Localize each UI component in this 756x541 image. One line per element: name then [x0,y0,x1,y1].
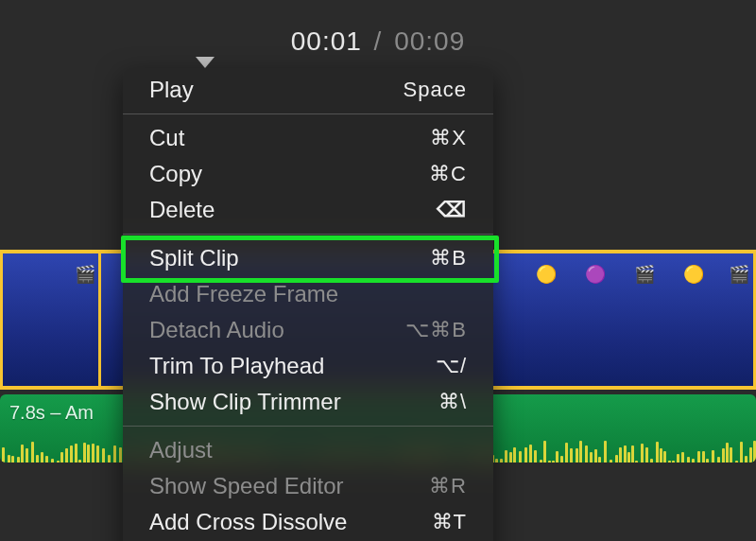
menu-label: Add Cross Dissolve [149,508,347,536]
menu-shortcut: ⌥/ [436,352,467,380]
menu-item-show-clip-trimmer[interactable]: Show Clip Trimmer ⌘\ [123,384,493,420]
menu-item-delete[interactable]: Delete ⌫ [123,192,493,228]
menu-separator [123,426,493,427]
menu-item-detach-audio[interactable]: Detach Audio ⌥⌘B [123,312,493,348]
context-menu: Play Space Cut ⌘X Copy ⌘C Delete ⌫ Split… [123,68,493,541]
menu-shortcut: ⌘B [430,244,467,272]
menu-label: Delete [149,196,215,224]
audio-clip-label: 7.8s – Am [9,402,94,424]
menu-label: Show Clip Trimmer [149,388,341,416]
menu-shortcut: ⌘X [430,124,467,152]
menu-separator [123,113,493,114]
menu-label: Trim To Playhead [149,352,324,380]
menu-separator [123,234,493,235]
time-display: 00:01 / 00:09 [0,26,756,57]
menu-item-adjust[interactable]: Adjust [123,432,493,468]
clip-thumb: 🎬 [68,257,102,291]
menu-label: Cut [149,124,184,152]
clip-thumb: 🟡 [677,257,711,291]
time-current: 00:01 [291,26,362,56]
menu-label: Add Freeze Frame [149,280,338,308]
menu-label: Detach Audio [149,316,284,344]
menu-shortcut: ⌘\ [438,388,467,416]
menu-label: Split Clip [149,244,239,272]
menu-item-play[interactable]: Play Space [123,72,493,108]
menu-shortcut: ⌘C [429,160,467,188]
menu-label: Copy [149,160,202,188]
menu-label: Adjust [149,436,213,464]
menu-item-add-cross-dissolve[interactable]: Add Cross Dissolve ⌘T [123,504,493,540]
menu-label: Play [149,76,194,104]
menu-item-split-clip[interactable]: Split Clip ⌘B [123,240,493,276]
menu-item-copy[interactable]: Copy ⌘C [123,156,493,192]
clip-thumb: 🎬 [627,257,662,291]
menu-item-trim-to-playhead[interactable]: Trim To Playhead ⌥/ [123,348,493,384]
menu-shortcut: ⌘T [432,508,467,536]
menu-item-show-speed-editor[interactable]: Show Speed Editor ⌘R [123,468,493,504]
clip-thumb: 🟣 [578,257,612,291]
menu-shortcut: Space [404,76,467,104]
menu-item-add-freeze-frame[interactable]: Add Freeze Frame [123,276,493,312]
time-separator: / [370,26,387,56]
delete-icon: ⌫ [437,196,467,224]
clip-thumb: 🎬 [722,257,756,291]
menu-shortcut: ⌘R [429,472,467,500]
clip-thumb: 🟡 [529,257,563,291]
menu-shortcut: ⌥⌘B [405,316,467,344]
menu-label: Show Speed Editor [149,472,343,500]
time-total: 00:09 [394,26,465,56]
menu-item-cut[interactable]: Cut ⌘X [123,120,493,156]
